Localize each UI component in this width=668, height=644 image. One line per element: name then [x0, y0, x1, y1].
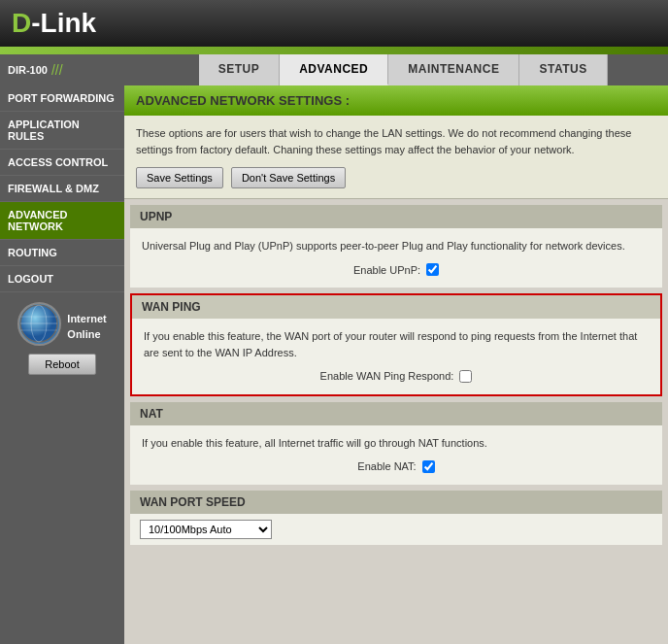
- sidebar-item-access-control[interactable]: ACCESS CONTROL: [0, 150, 124, 176]
- sidebar-item-routing[interactable]: ROUTING: [0, 240, 124, 266]
- sidebar: PORT FORWARDING APPLICATION RULES ACCESS…: [0, 85, 124, 644]
- main-layout: PORT FORWARDING APPLICATION RULES ACCESS…: [0, 85, 668, 644]
- wan-ping-panel: WAN PING If you enable this feature, the…: [130, 293, 662, 396]
- wan-ping-checkbox-label: Enable WAN Ping Respond:: [320, 368, 454, 385]
- info-box: These options are for users that wish to…: [124, 116, 668, 199]
- page-title: ADVANCED NETWORK SETTINGS :: [124, 85, 668, 116]
- upnp-panel: UPNP Universal Plug and Play (UPnP) supp…: [130, 205, 662, 288]
- wan-ping-checkbox-row: Enable WAN Ping Respond:: [144, 368, 649, 385]
- sidebar-item-firewall-dmz[interactable]: FIREWALL & DMZ: [0, 176, 124, 202]
- save-settings-button[interactable]: Save Settings: [136, 167, 223, 188]
- nat-checkbox-label: Enable NAT:: [357, 458, 416, 475]
- header: D-Link: [0, 0, 668, 47]
- content-area: ADVANCED NETWORK SETTINGS : These option…: [124, 85, 668, 644]
- upnp-checkbox[interactable]: [426, 263, 439, 276]
- sidebar-item-logout[interactable]: LOGOUT: [0, 266, 124, 292]
- reboot-button[interactable]: Reboot: [28, 354, 95, 375]
- internet-sublabel: Online: [67, 328, 106, 340]
- tab-advanced[interactable]: ADVANCED: [280, 54, 388, 85]
- wan-ping-header: WAN PING: [132, 295, 660, 319]
- nav-tabs: SETUP ADVANCED MAINTENANCE STATUS: [75, 54, 668, 85]
- nat-checkbox-row: Enable NAT:: [142, 458, 651, 475]
- tab-status[interactable]: STATUS: [519, 54, 607, 85]
- sidebar-item-application-rules[interactable]: APPLICATION RULES: [0, 112, 124, 150]
- nat-header: NAT: [130, 402, 662, 425]
- sidebar-item-port-forwarding[interactable]: PORT FORWARDING: [0, 85, 124, 112]
- upnp-checkbox-row: Enable UPnP:: [142, 262, 651, 279]
- tab-setup[interactable]: SETUP: [199, 54, 281, 85]
- nat-body: If you enable this feature, all Internet…: [130, 425, 662, 485]
- wan-port-speed-dropdown-row: 10/100Mbps Auto 10Mbps Half-Duplex 10Mbp…: [130, 514, 662, 545]
- button-row: Save Settings Don't Save Settings: [136, 167, 656, 188]
- info-text: These options are for users that wish to…: [136, 125, 656, 157]
- nat-panel: NAT If you enable this feature, all Inte…: [130, 402, 662, 485]
- tab-maintenance[interactable]: MAINTENANCE: [388, 54, 519, 85]
- wan-port-speed-header: WAN PORT SPEED: [130, 491, 662, 514]
- header-green-bar: [0, 47, 668, 54]
- internet-label: Internet: [67, 313, 106, 324]
- sidebar-item-advanced-network[interactable]: ADVANCED NETWORK: [0, 202, 124, 240]
- model-badge: DIR-100 ///: [0, 54, 75, 85]
- upnp-checkbox-label: Enable UPnP:: [353, 262, 420, 279]
- nat-checkbox[interactable]: [422, 460, 435, 473]
- wan-port-speed-select[interactable]: 10/100Mbps Auto 10Mbps Half-Duplex 10Mbp…: [140, 520, 272, 539]
- upnp-header: UPNP: [130, 205, 662, 228]
- dont-save-settings-button[interactable]: Don't Save Settings: [231, 167, 346, 188]
- internet-status: Internet Online Reboot: [0, 292, 124, 385]
- globe-icon: [17, 302, 61, 346]
- logo: D-Link: [12, 8, 96, 39]
- model-dividers: ///: [51, 62, 63, 78]
- upnp-body: Universal Plug and Play (UPnP) supports …: [130, 228, 662, 288]
- wan-ping-checkbox[interactable]: [459, 370, 472, 383]
- wan-ping-body: If you enable this feature, the WAN port…: [132, 319, 660, 394]
- model-name: DIR-100: [8, 64, 48, 76]
- wan-port-speed-panel: WAN PORT SPEED 10/100Mbps Auto 10Mbps Ha…: [130, 491, 662, 545]
